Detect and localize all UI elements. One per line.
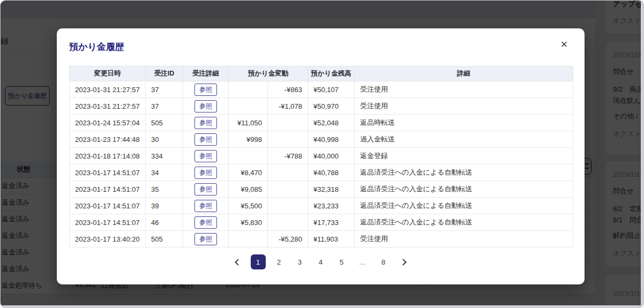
page-button[interactable]: 4: [313, 254, 328, 269]
modal-title: 預かり金履歴: [69, 41, 124, 53]
ref-button[interactable]: 参照: [194, 133, 217, 146]
cell-datetime: 2023-01-24 15:57:04: [70, 115, 146, 131]
header-cell-order-detail: 受注詳細: [183, 66, 229, 81]
table-row: 2023-01-31 21:27:57 37 参照 -¥1,078 ¥50,97…: [70, 98, 573, 115]
header-cell-balance: 預かり金残高: [308, 66, 355, 81]
table-row: 2023-01-24 15:57:04 505 参照 ¥11,050 ¥52,0…: [70, 115, 573, 131]
table-row: 2023-01-17 14:51:07 34 参照 ¥8,470 ¥40,788…: [70, 164, 573, 181]
cell-decrease: [268, 115, 308, 131]
pagination-prev-button[interactable]: [230, 254, 245, 269]
page-button[interactable]: 3: [293, 254, 308, 269]
cell-datetime: 2023-01-17 14:51:07: [70, 198, 146, 214]
cell-detail: 返品済受注への入金による自動転送: [355, 181, 573, 198]
cell-increase: ¥9,085: [229, 181, 268, 198]
scrollbar-vertical[interactable]: [641, 1, 643, 308]
cell-decrease: [268, 164, 308, 181]
cell-order-id: 39: [146, 198, 183, 214]
pagination: 1 2 3 4 5 … 8: [57, 254, 585, 269]
cell-datetime: 2023-01-17 14:51:07: [70, 164, 146, 181]
cell-balance: ¥17,733: [308, 214, 355, 231]
ref-button[interactable]: 参照: [194, 167, 217, 179]
cell-order-id: 334: [146, 148, 183, 164]
cell-datetime: 2023-01-17 14:51:07: [70, 181, 146, 198]
header-cell-change: 預かり金変動: [229, 66, 308, 81]
cell-detail: 返品済受注への入金による自動転送: [355, 198, 573, 214]
pagination-next-button[interactable]: [397, 254, 412, 269]
page-button[interactable]: 2: [272, 254, 287, 269]
ref-button[interactable]: 参照: [194, 183, 217, 196]
cell-datetime: 2023-01-31 21:27:57: [70, 81, 146, 98]
cell-detail: 返品済受注への入金による自動転送: [355, 214, 573, 231]
table-header-row: 変更日時 受注ID 受注詳細 預かり金変動 預かり金残高 詳細: [70, 66, 573, 81]
deposit-history-table: 変更日時 受注ID 受注詳細 預かり金変動 預かり金残高 詳細 2023-01-…: [69, 66, 573, 247]
ref-button[interactable]: 参照: [194, 216, 217, 229]
cell-increase: ¥8,470: [229, 164, 268, 181]
cell-order-id: 35: [146, 181, 183, 198]
table-row: 2023-01-17 14:51:07 46 参照 ¥5,830 ¥17,733…: [70, 214, 573, 231]
header-cell-order-id: 受注ID: [146, 66, 183, 81]
page-button[interactable]: 5: [334, 254, 349, 269]
cell-decrease: -¥1,078: [268, 98, 308, 115]
cell-decrease: [268, 214, 308, 231]
cell-balance: ¥52,048: [308, 115, 355, 131]
cell-detail: 受注使用: [355, 81, 573, 98]
cell-decrease: [268, 131, 308, 148]
cell-balance: ¥50,107: [308, 81, 355, 98]
cell-detail: 返品時転送: [355, 115, 573, 131]
cell-detail: 受注使用: [355, 231, 573, 247]
cell-balance: ¥40,998: [308, 131, 355, 148]
cell-order-id: 505: [146, 231, 183, 247]
chevron-left-icon: [235, 259, 242, 266]
cell-datetime: 2023-01-18 17:14:08: [70, 148, 146, 164]
cell-order-id: 46: [146, 214, 183, 231]
ref-button[interactable]: 参照: [194, 100, 217, 112]
cell-datetime: 2023-01-31 21:27:57: [70, 98, 146, 115]
cell-datetime: 2023-01-23 17:44:48: [70, 131, 146, 148]
cell-order-id: 37: [146, 81, 183, 98]
cell-increase: [229, 81, 268, 98]
header-cell-datetime: 変更日時: [70, 66, 146, 81]
cell-order-id: 37: [146, 98, 183, 115]
cell-decrease: -¥863: [268, 81, 308, 98]
cell-increase: ¥11,050: [229, 115, 268, 131]
ref-button[interactable]: 参照: [194, 84, 217, 96]
cell-decrease: [268, 181, 308, 198]
page-button-active[interactable]: 1: [251, 254, 266, 269]
page-button[interactable]: 8: [376, 254, 391, 269]
browser-window: 録 預かり金履歴 状態 返金済み 返金済み 返金済み 返金済み 返金済み 返金済…: [0, 0, 644, 308]
pagination-ellipsis: …: [355, 254, 370, 269]
close-icon[interactable]: ×: [557, 37, 572, 52]
cell-order-id: 34: [146, 164, 183, 181]
cell-balance: ¥32,318: [308, 181, 355, 198]
cell-decrease: [268, 198, 308, 214]
ref-button[interactable]: 参照: [194, 150, 217, 162]
cell-balance: ¥40,000: [308, 148, 355, 164]
cell-detail: 返金登録: [355, 148, 573, 164]
cell-decrease: -¥788: [268, 148, 308, 164]
table-row: 2023-01-17 13:40:20 505 参照 -¥5,280 ¥11,9…: [70, 231, 573, 247]
ref-button[interactable]: 参照: [194, 233, 217, 245]
table-row: 2023-01-17 14:51:07 39 参照 ¥5,500 ¥23,233…: [70, 198, 573, 214]
ref-button[interactable]: 参照: [194, 117, 217, 129]
cell-increase: ¥5,500: [229, 198, 268, 214]
cell-balance: ¥11,903: [308, 231, 355, 247]
cell-balance: ¥40,788: [308, 164, 355, 181]
cell-order-id: 30: [146, 131, 183, 148]
cell-balance: ¥50,970: [308, 98, 355, 115]
cell-detail: 返品済受注への入金による自動転送: [355, 164, 573, 181]
cell-datetime: 2023-01-17 13:40:20: [70, 231, 146, 247]
table-row: 2023-01-17 14:51:07 35 参照 ¥9,085 ¥32,318…: [70, 181, 573, 198]
cell-increase: [229, 98, 268, 115]
cell-increase: ¥998: [229, 131, 268, 148]
chevron-right-icon: [400, 259, 407, 266]
ref-button[interactable]: 参照: [194, 200, 217, 212]
cell-increase: [229, 148, 268, 164]
cell-detail: 過入金転送: [355, 131, 573, 148]
cell-increase: ¥5,830: [229, 214, 268, 231]
table-row: 2023-01-23 17:44:48 30 参照 ¥998 ¥40,998 過…: [70, 131, 573, 148]
cell-detail: 受注使用: [355, 98, 573, 115]
deposit-history-modal: 預かり金履歴 × 変更日時 受注ID 受注詳細 預かり金変動 預かり金残高 詳細: [57, 28, 585, 284]
cell-balance: ¥23,233: [308, 198, 355, 214]
scrollbar-horizontal[interactable]: [1, 305, 644, 307]
cell-increase: [229, 231, 268, 247]
